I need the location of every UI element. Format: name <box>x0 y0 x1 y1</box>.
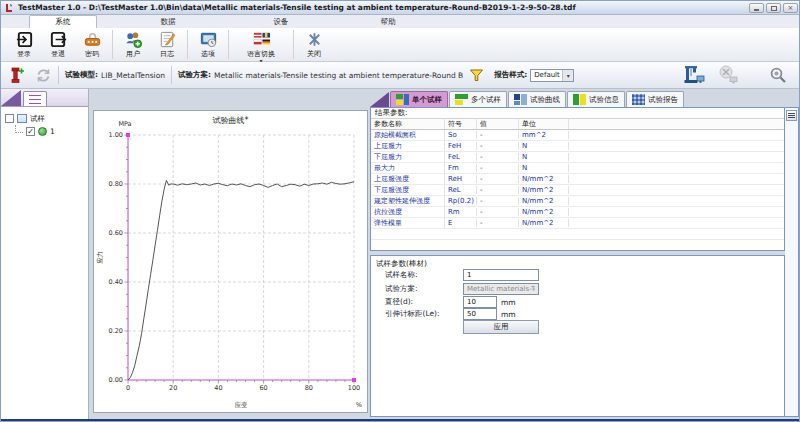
login-button[interactable]: 登录 <box>7 28 41 61</box>
machine-control-button[interactable] <box>683 65 705 85</box>
svg-text:0.60: 0.60 <box>109 229 123 237</box>
title-bar[interactable]: TestMaster 1.0 - D:\TestMaster 1.0\Bin\d… <box>1 1 800 15</box>
table-cell: FeH <box>445 142 477 150</box>
specimen-add-icon <box>7 66 25 85</box>
menu-tab-device[interactable]: 设备 <box>256 15 306 28</box>
table-row[interactable] <box>371 229 784 240</box>
table-cell: mm^2 <box>519 131 569 139</box>
tab-single-specimen[interactable]: 单个试样 <box>390 91 448 107</box>
report-style-select[interactable]: Default ▾ <box>530 69 574 82</box>
results-table-body: 原始横截面积So-mm^2上屈服力FeH-N下屈服力FeL-N最大力Fm-N上屈… <box>371 130 784 251</box>
scheme-input <box>463 283 539 295</box>
login-icon <box>15 30 34 49</box>
scheme-label: 试验方案: <box>385 284 463 294</box>
apply-button[interactable]: 应用 <box>463 320 539 334</box>
tab-test-info[interactable]: 试验信息 <box>567 91 625 107</box>
refresh-button[interactable] <box>35 67 52 84</box>
table-cell: N/mm^2 <box>519 208 569 216</box>
menu-bar: 系统 数据 设备 帮助 <box>1 15 800 28</box>
tree-root-label: 试样 <box>30 114 45 124</box>
svg-text:40: 40 <box>214 384 222 392</box>
table-cell: - <box>477 131 519 139</box>
table-cell: N/mm^2 <box>519 175 569 183</box>
table-cell: 下屈服强度 <box>371 185 445 195</box>
ribbon-separator <box>187 30 188 59</box>
result-parameters-panel: 结果参数: 参数名称 符号 值 单位 原始横截面积So-mm^2上屈服力FeH-… <box>370 107 785 251</box>
ribbon-separator <box>293 30 294 59</box>
options-button[interactable]: 选项 <box>191 28 225 61</box>
specimen-icon <box>38 127 47 136</box>
table-cell: - <box>477 197 519 205</box>
result-tabs: 单个试样 多个试样 试验曲线 <box>370 90 799 107</box>
password-button[interactable]: 密码 <box>75 28 109 61</box>
logout-button[interactable]: 登退 <box>41 28 75 61</box>
table-row[interactable] <box>371 240 784 251</box>
tree-child-item[interactable]: ✓ 1 <box>15 125 88 138</box>
svg-text:MPa: MPa <box>118 120 131 128</box>
table-cell: - <box>477 153 519 161</box>
menu-tab-help[interactable]: 帮助 <box>363 15 413 28</box>
ribbon-separator <box>228 30 229 59</box>
table-cell: 抗拉强度 <box>371 207 445 217</box>
table-row[interactable]: 下屈服力FeL-N <box>371 152 784 163</box>
svg-text:应力: 应力 <box>96 251 104 264</box>
panel-menu-button[interactable] <box>786 110 797 121</box>
table-row[interactable]: 最大力Fm-N <box>371 163 784 174</box>
table-row[interactable]: 上屈服强度ReH-N/mm^2 <box>371 174 784 185</box>
disconnect-device-button[interactable] <box>717 65 739 85</box>
toolbar-separator <box>58 66 59 84</box>
corner-triangle-icon <box>1 90 21 106</box>
log-button[interactable]: 日志 <box>150 28 184 61</box>
list-icon <box>29 95 41 104</box>
restore-button[interactable] <box>766 3 781 13</box>
table-cell: - <box>477 175 519 183</box>
close-app-icon <box>305 30 324 49</box>
specimen-list-tab[interactable] <box>23 91 47 106</box>
table-row[interactable]: 下屈服强度ReL-N/mm^2 <box>371 185 784 196</box>
logout-icon <box>49 30 68 49</box>
table-row[interactable]: 原始横截面积So-mm^2 <box>371 130 784 141</box>
language-switch-button[interactable]: 语言切换 ▾ <box>232 28 290 61</box>
application-window: TestMaster 1.0 - D:\TestMaster 1.0\Bin\d… <box>0 0 800 422</box>
close-app-button[interactable]: 关闭 <box>297 28 331 61</box>
close-button[interactable]: × <box>783 3 798 13</box>
test-machine-icon <box>683 65 705 85</box>
tab-multi-specimen[interactable]: 多个试样 <box>449 91 507 107</box>
tab-test-report[interactable]: 试验报告 <box>626 91 684 107</box>
test-curve-chart[interactable]: 0204060801000.000.200.400.600.801.00试验曲线… <box>94 111 367 412</box>
table-row[interactable]: 规定塑性延伸强度Rp(0.2)-N/mm^2 <box>371 196 784 207</box>
user-button[interactable]: 用户 <box>116 28 150 61</box>
right-panel: 单个试样 多个试样 试验曲线 <box>370 90 799 417</box>
search-gear-icon <box>769 66 787 84</box>
gauge-length-unit: mm <box>501 310 516 319</box>
diameter-input[interactable] <box>463 296 497 308</box>
table-cell: FeL <box>445 153 477 161</box>
settings-search-button[interactable] <box>769 66 787 84</box>
test-scheme-value: Metallic materials-Tensile testing at am… <box>214 71 463 80</box>
minimize-button[interactable] <box>749 3 764 13</box>
scheme-filter-button[interactable] <box>469 68 484 83</box>
tab-test-curve[interactable]: 试验曲线 <box>508 91 566 107</box>
menu-tab-system[interactable]: 系统 <box>29 15 97 28</box>
svg-text:0.00: 0.00 <box>109 376 123 384</box>
test-model-label: 试验模型: <box>65 70 98 80</box>
specimen-sidebar: 试样 ✓ 1 <box>1 89 89 419</box>
table-cell: 下屈服力 <box>371 152 445 162</box>
tree-root-item[interactable]: 试样 <box>5 112 88 125</box>
specimen-parameters-panel: 试样参数(棒材) 试样名称: 试验方案: 直径(d): mm <box>370 255 785 417</box>
menu-tab-data[interactable]: 数据 <box>143 15 193 28</box>
window-title: TestMaster 1.0 - D:\TestMaster 1.0\Bin\d… <box>18 3 576 12</box>
table-row[interactable]: 弹性模量E-N/mm^2 <box>371 218 784 229</box>
root-checkbox[interactable] <box>5 114 14 123</box>
toolbar-separator <box>171 66 172 84</box>
funnel-warning-icon <box>469 68 484 83</box>
table-cell: 上屈服力 <box>371 141 445 151</box>
gauge-length-input[interactable] <box>463 308 497 320</box>
report-style-value: Default <box>534 71 560 79</box>
child-checkbox[interactable]: ✓ <box>26 127 35 136</box>
password-icon <box>83 30 102 49</box>
table-row[interactable]: 抗拉强度Rm-N/mm^2 <box>371 207 784 218</box>
table-row[interactable]: 上屈服力FeH-N <box>371 141 784 152</box>
specimen-name-input[interactable] <box>463 269 539 281</box>
new-specimen-button[interactable] <box>7 66 25 85</box>
